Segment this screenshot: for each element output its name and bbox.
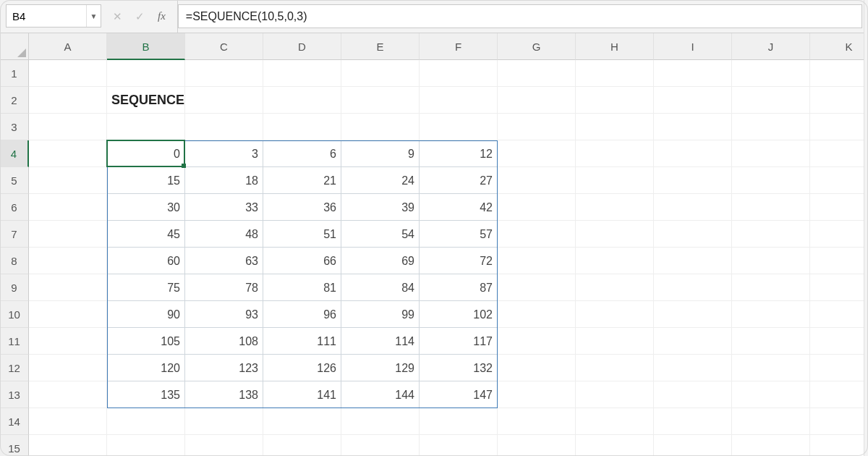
row-header-12[interactable]: 12 bbox=[0, 355, 29, 381]
cell-E3[interactable] bbox=[341, 114, 420, 140]
cell-C7[interactable]: 48 bbox=[185, 221, 263, 248]
name-box-dropdown-icon[interactable]: ▼ bbox=[86, 5, 101, 27]
cell-I14[interactable] bbox=[654, 408, 732, 435]
col-header-G[interactable]: G bbox=[498, 33, 576, 60]
cell-E8[interactable]: 69 bbox=[341, 248, 420, 274]
cell-D4[interactable]: 6 bbox=[263, 140, 341, 167]
cell-C11[interactable]: 108 bbox=[185, 328, 263, 355]
col-header-K[interactable]: K bbox=[810, 33, 868, 60]
cell-I3[interactable] bbox=[654, 114, 732, 140]
row-header-13[interactable]: 13 bbox=[0, 381, 29, 408]
cell-F8[interactable]: 72 bbox=[420, 248, 498, 274]
formula-input[interactable]: =SEQUENCE(10,5,0,3) bbox=[178, 4, 862, 28]
cell-D1[interactable] bbox=[263, 60, 341, 87]
cell-E10[interactable]: 99 bbox=[341, 301, 420, 328]
cell-B3[interactable] bbox=[107, 114, 185, 140]
cell-B2[interactable]: SEQUENCE function bbox=[107, 87, 185, 114]
cell-J13[interactable] bbox=[732, 381, 810, 408]
cell-K1[interactable] bbox=[810, 60, 868, 87]
cell-H11[interactable] bbox=[576, 328, 654, 355]
cell-A4[interactable] bbox=[29, 140, 107, 167]
cell-J12[interactable] bbox=[732, 355, 810, 381]
cell-I7[interactable] bbox=[654, 221, 732, 248]
select-all-corner[interactable] bbox=[0, 33, 29, 60]
row-header-8[interactable]: 8 bbox=[0, 248, 29, 274]
cell-C6[interactable]: 33 bbox=[185, 194, 263, 221]
cell-C8[interactable]: 63 bbox=[185, 248, 263, 274]
cell-J9[interactable] bbox=[732, 274, 810, 301]
cell-C2[interactable] bbox=[185, 87, 263, 114]
cell-I5[interactable] bbox=[654, 167, 732, 194]
row-header-15[interactable]: 15 bbox=[0, 435, 29, 456]
cell-B1[interactable] bbox=[107, 60, 185, 87]
cell-A15[interactable] bbox=[29, 435, 107, 456]
cell-G13[interactable] bbox=[498, 381, 576, 408]
cell-G12[interactable] bbox=[498, 355, 576, 381]
cell-C15[interactable] bbox=[185, 435, 263, 456]
vertical-scrollbar[interactable] bbox=[864, 0, 868, 456]
cell-H4[interactable] bbox=[576, 140, 654, 167]
cell-B11[interactable]: 105 bbox=[107, 328, 185, 355]
cell-C5[interactable]: 18 bbox=[185, 167, 263, 194]
cell-K7[interactable] bbox=[810, 221, 868, 248]
cell-F6[interactable]: 42 bbox=[420, 194, 498, 221]
cell-C9[interactable]: 78 bbox=[185, 274, 263, 301]
row-header-3[interactable]: 3 bbox=[0, 114, 29, 140]
cell-D14[interactable] bbox=[263, 408, 341, 435]
cell-I10[interactable] bbox=[654, 301, 732, 328]
cell-E6[interactable]: 39 bbox=[341, 194, 420, 221]
cell-C12[interactable]: 123 bbox=[185, 355, 263, 381]
cell-B8[interactable]: 60 bbox=[107, 248, 185, 274]
col-header-E[interactable]: E bbox=[341, 33, 420, 60]
cell-E2[interactable] bbox=[341, 87, 420, 114]
cell-A2[interactable] bbox=[29, 87, 107, 114]
cell-I8[interactable] bbox=[654, 248, 732, 274]
cell-B12[interactable]: 120 bbox=[107, 355, 185, 381]
cell-G1[interactable] bbox=[498, 60, 576, 87]
cell-D2[interactable] bbox=[263, 87, 341, 114]
cell-E13[interactable]: 144 bbox=[341, 381, 420, 408]
cell-F10[interactable]: 102 bbox=[420, 301, 498, 328]
cell-K13[interactable] bbox=[810, 381, 868, 408]
row-header-2[interactable]: 2 bbox=[0, 87, 29, 114]
cell-G7[interactable] bbox=[498, 221, 576, 248]
cell-H2[interactable] bbox=[576, 87, 654, 114]
cell-B14[interactable] bbox=[107, 408, 185, 435]
cell-A1[interactable] bbox=[29, 60, 107, 87]
cell-G9[interactable] bbox=[498, 274, 576, 301]
cell-F2[interactable] bbox=[420, 87, 498, 114]
col-header-D[interactable]: D bbox=[263, 33, 341, 60]
cell-D8[interactable]: 66 bbox=[263, 248, 341, 274]
cell-H6[interactable] bbox=[576, 194, 654, 221]
col-header-I[interactable]: I bbox=[654, 33, 732, 60]
confirm-icon[interactable]: ✓ bbox=[135, 10, 145, 23]
cell-A7[interactable] bbox=[29, 221, 107, 248]
cell-J1[interactable] bbox=[732, 60, 810, 87]
row-header-10[interactable]: 10 bbox=[0, 301, 29, 328]
cell-F9[interactable]: 87 bbox=[420, 274, 498, 301]
cell-F3[interactable] bbox=[420, 114, 498, 140]
cell-K11[interactable] bbox=[810, 328, 868, 355]
cell-E5[interactable]: 24 bbox=[341, 167, 420, 194]
row-header-9[interactable]: 9 bbox=[0, 274, 29, 301]
cell-F5[interactable]: 27 bbox=[420, 167, 498, 194]
cell-C14[interactable] bbox=[185, 408, 263, 435]
cell-K15[interactable] bbox=[810, 435, 868, 456]
cell-D11[interactable]: 111 bbox=[263, 328, 341, 355]
cell-E15[interactable] bbox=[341, 435, 420, 456]
row-header-1[interactable]: 1 bbox=[0, 60, 29, 87]
cell-D7[interactable]: 51 bbox=[263, 221, 341, 248]
cell-K3[interactable] bbox=[810, 114, 868, 140]
cell-K10[interactable] bbox=[810, 301, 868, 328]
cell-G15[interactable] bbox=[498, 435, 576, 456]
cell-H5[interactable] bbox=[576, 167, 654, 194]
cell-I11[interactable] bbox=[654, 328, 732, 355]
cell-J8[interactable] bbox=[732, 248, 810, 274]
cell-I13[interactable] bbox=[654, 381, 732, 408]
cell-K8[interactable] bbox=[810, 248, 868, 274]
cell-K2[interactable] bbox=[810, 87, 868, 114]
cell-F13[interactable]: 147 bbox=[420, 381, 498, 408]
cell-H15[interactable] bbox=[576, 435, 654, 456]
cell-J11[interactable] bbox=[732, 328, 810, 355]
cell-B4[interactable]: 0 bbox=[107, 140, 185, 167]
